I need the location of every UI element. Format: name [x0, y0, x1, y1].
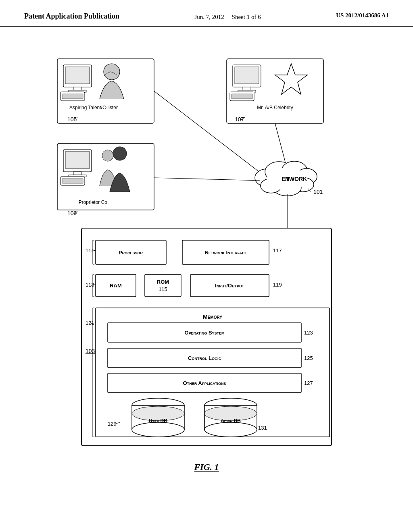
svg-rect-6 [62, 94, 83, 99]
network-interface-label: Network Interface [204, 249, 247, 256]
publication-label: Patent Application Publication [24, 12, 119, 21]
ref-117: 117 [273, 247, 282, 254]
rom-label: ROM [157, 279, 169, 285]
svg-point-61 [132, 422, 184, 437]
svg-rect-3 [73, 87, 81, 90]
admin-db: Admin DB [204, 398, 257, 437]
sheet-label: Sheet 1 of 6 [232, 14, 261, 20]
processor-label: Processor [119, 249, 143, 256]
control-label: Control Logic [188, 355, 221, 361]
patent-diagram: Aspiring Talent/C-lister 105 Mr. A/B Cel… [33, 35, 380, 458]
patent-number: US 2012/0143686 A1 [336, 12, 389, 19]
svg-point-66 [204, 422, 257, 437]
other-label: Other Applications [183, 380, 226, 386]
svg-rect-2 [65, 67, 90, 84]
svg-rect-24 [62, 179, 83, 183]
svg-text:ETWORK: ETWORK [282, 176, 307, 182]
ref-101: 101 [313, 189, 323, 195]
svg-rect-21 [73, 172, 81, 175]
ref-131: 131 [258, 425, 267, 431]
svg-point-26 [113, 147, 127, 160]
figure-label: FIG. 1 [24, 462, 389, 472]
date-label: Jun. 7, 2012 [195, 14, 224, 20]
user-db: User DB [132, 398, 184, 437]
svg-line-40 [154, 178, 260, 181]
svg-rect-11 [235, 67, 259, 84]
ref-119: 119 [273, 282, 282, 288]
input-output-label: Input/Output [215, 283, 244, 289]
ref-125: 125 [304, 355, 313, 361]
svg-point-7 [104, 64, 120, 80]
userdb-label: User DB [149, 418, 167, 424]
patent-header: Patent Application Publication Jun. 7, 2… [0, 0, 413, 27]
svg-point-25 [102, 150, 113, 161]
svg-line-39 [275, 123, 285, 162]
ref-105: 105 [67, 116, 77, 123]
aspiring-label: Aspiring Talent/C-lister [69, 105, 118, 110]
sheet-info: Jun. 7, 2012 Sheet 1 of 6 [195, 12, 261, 22]
network-cloud: N ETWORK [255, 161, 317, 196]
svg-rect-15 [232, 94, 252, 99]
ref-109: 109 [67, 210, 77, 216]
ref-123: 123 [304, 330, 313, 336]
celebrity-label: Mr. A/B Celebrity [257, 105, 293, 110]
svg-rect-48 [145, 274, 181, 297]
ref-103: 103 [86, 348, 95, 354]
proprietor-label: Proprietor Co. [79, 200, 109, 205]
ref-107: 107 [235, 116, 244, 123]
ram-label: RAM [110, 283, 122, 289]
svg-rect-12 [243, 87, 251, 90]
admindb-label: Admin DB [221, 418, 241, 424]
memory-label: Memory [203, 314, 222, 320]
ref-115: 115 [159, 286, 167, 292]
ref-127: 127 [304, 380, 313, 386]
os-label: Operating System [184, 330, 224, 336]
svg-rect-20 [65, 152, 90, 168]
diagram-area: Aspiring Talent/C-lister 105 Mr. A/B Cel… [0, 27, 413, 480]
